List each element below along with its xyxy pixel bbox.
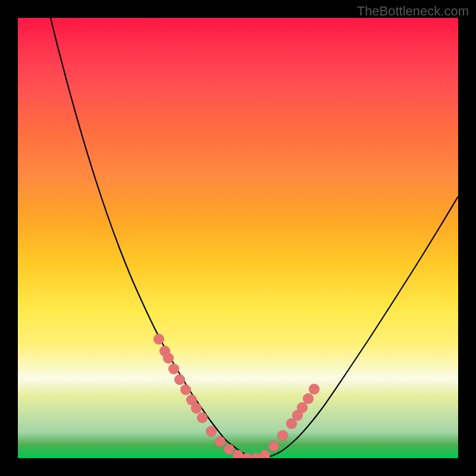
data-point bbox=[206, 426, 217, 437]
data-point bbox=[277, 430, 288, 441]
data-point bbox=[297, 402, 308, 413]
data-point bbox=[174, 374, 185, 385]
data-point bbox=[268, 441, 279, 452]
data-point bbox=[303, 393, 314, 404]
data-point bbox=[215, 436, 226, 447]
data-point bbox=[191, 403, 202, 414]
data-point bbox=[309, 384, 320, 394]
data-point bbox=[154, 334, 164, 345]
data-point bbox=[197, 412, 208, 423]
dots-group bbox=[154, 334, 320, 458]
plot-area bbox=[18, 18, 458, 458]
chart-container: TheBottleneck.com bbox=[0, 0, 476, 476]
curve-path bbox=[51, 18, 458, 458]
chart-svg bbox=[18, 18, 458, 458]
watermark-text: TheBottleneck.com bbox=[357, 4, 469, 19]
data-point bbox=[224, 444, 234, 455]
data-point bbox=[163, 353, 174, 364]
data-point bbox=[180, 384, 191, 395]
data-point bbox=[168, 364, 179, 374]
data-point bbox=[259, 450, 270, 458]
